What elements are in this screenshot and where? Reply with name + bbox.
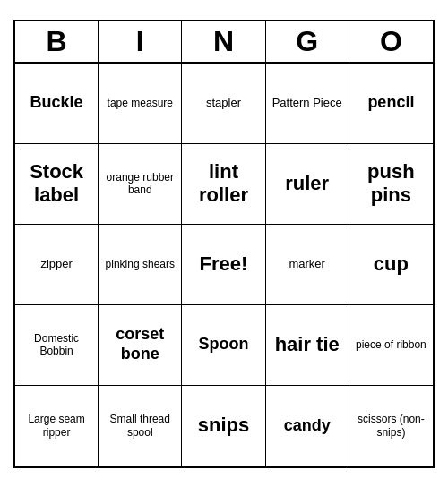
- bingo-cell: Large seam ripper: [15, 386, 99, 466]
- bingo-cell: cup: [349, 225, 433, 305]
- bingo-cell: Free!: [182, 225, 265, 305]
- bingo-cell: snips: [182, 386, 265, 466]
- bingo-cell: Buckle: [15, 64, 99, 144]
- bingo-cell: zipper: [15, 225, 99, 305]
- bingo-cell: Small thread spool: [99, 386, 182, 466]
- bingo-cell: ruler: [266, 144, 349, 225]
- bingo-cell: push pins: [349, 144, 433, 225]
- bingo-cell: piece of ribbon: [349, 305, 433, 386]
- bingo-cell: Pattern Piece: [266, 64, 349, 144]
- bingo-cell: stapler: [182, 64, 265, 144]
- bingo-cell: corset bone: [99, 305, 182, 386]
- bingo-card: BINGO Buckletape measurestaplerPattern P…: [13, 20, 435, 468]
- bingo-cell: Spoon: [182, 305, 265, 386]
- bingo-cell: pencil: [349, 64, 433, 144]
- bingo-cell: marker: [266, 225, 349, 305]
- bingo-cell: pinking shears: [99, 225, 182, 305]
- bingo-grid: Buckletape measurestaplerPattern Piecepe…: [15, 64, 433, 466]
- bingo-cell: candy: [266, 386, 349, 466]
- bingo-cell: Stock label: [15, 144, 99, 225]
- bingo-cell: scissors (non-snips): [349, 386, 433, 466]
- header-letter: N: [182, 21, 265, 62]
- bingo-cell: Domestic Bobbin: [15, 305, 99, 386]
- bingo-header: BINGO: [15, 21, 433, 64]
- bingo-cell: hair tie: [266, 305, 349, 386]
- bingo-cell: tape measure: [99, 64, 182, 144]
- header-letter: G: [266, 21, 349, 62]
- header-letter: B: [15, 21, 99, 62]
- header-letter: O: [349, 21, 433, 62]
- bingo-cell: orange rubber band: [99, 144, 182, 225]
- bingo-cell: lint roller: [182, 144, 265, 225]
- header-letter: I: [99, 21, 182, 62]
